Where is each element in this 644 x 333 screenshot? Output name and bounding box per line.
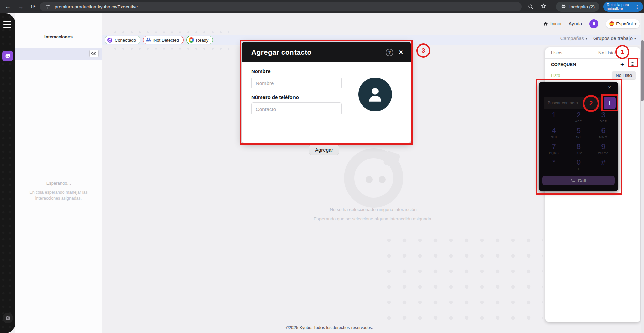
spain-flag-icon	[609, 21, 614, 26]
dialpad-icon[interactable]	[629, 61, 636, 68]
app-top-nav: Inicio Ayuda Español ▾	[543, 19, 640, 29]
connected-status-pill[interactable]: Conectado	[105, 36, 140, 44]
listo-label: Listo	[551, 73, 612, 78]
interactions-title: Interacciones	[15, 34, 102, 39]
key-3[interactable]: 3DEF	[591, 111, 616, 126]
language-label: Español	[616, 21, 633, 26]
voicemail-filter-button[interactable]	[89, 50, 99, 57]
modal-title: Agregar contacto	[251, 48, 386, 56]
dialpad-keys: 1 2ABC 3DEF 4GHI 5JKL 6MNO 7PQRS 8TUV 9W…	[541, 111, 616, 174]
tab-no-listos-label: No Listos	[598, 50, 617, 55]
key-0[interactable]: 0+	[566, 158, 591, 174]
phone-icon	[571, 178, 575, 183]
app-sidebar	[0, 13, 15, 333]
ready-wheel-icon	[189, 37, 194, 43]
contact-avatar	[358, 78, 392, 111]
phone-field[interactable]	[251, 102, 342, 115]
empty-line-2: Esperando que se seleccione alguna inter…	[236, 216, 510, 221]
key-star[interactable]: *	[541, 158, 566, 174]
inicio-label: Inicio	[550, 21, 561, 26]
kyubo-logo-watermark	[344, 148, 403, 208]
chevron-down-icon: ▾	[586, 37, 587, 40]
update-label: Reinicia para actualizar	[607, 3, 634, 11]
key-7[interactable]: 7PQRS	[541, 142, 566, 158]
name-label: Nombre	[251, 68, 411, 74]
name-field[interactable]	[251, 77, 342, 89]
interactions-selected-row[interactable]	[15, 48, 102, 60]
chevron-down-icon: ▾	[635, 22, 636, 26]
camera-icon[interactable]	[3, 313, 13, 323]
help-icon[interactable]: ?	[386, 49, 393, 56]
modal-body: Nombre Número de teléfono Agregar	[242, 62, 411, 143]
browser-forward-icon[interactable]: →	[16, 2, 25, 11]
notifications-bell-icon[interactable]	[589, 19, 598, 28]
no-interaction-message: No se ha seleccionado ninguna interacció…	[236, 207, 510, 221]
incognito-label: Incógnito (2)	[569, 4, 595, 9]
url-text: premium-production.kyubo.cx/Executive	[55, 4, 138, 9]
incognito-badge[interactable]: Incógnito (2)	[556, 2, 599, 12]
key-5[interactable]: 5JKL	[566, 126, 591, 142]
add-contact-icon[interactable]: +	[620, 61, 624, 68]
zoom-page-icon[interactable]	[527, 3, 534, 10]
dialpad-popup: × + 1 2ABC 3DEF 4GHI 5JKL 6MNO 7PQRS 8TU…	[539, 82, 618, 191]
site-info-icon[interactable]	[44, 3, 51, 10]
copyright-footer: ©2025 Kyubo. Todos los derechos reservad…	[15, 325, 644, 330]
browser-menu-icon[interactable]: ⋮	[634, 4, 640, 9]
browser-toolbar: ← → ⟳ premium-production.kyubo.cx/Execut…	[0, 0, 644, 13]
bookmark-star-icon[interactable]	[540, 3, 547, 10]
person-icon	[365, 85, 385, 104]
call-button[interactable]: Call	[542, 176, 615, 185]
agent-status-pills: Conectado Not Detected Ready	[105, 36, 213, 44]
agregar-button[interactable]: Agregar	[309, 145, 339, 155]
key-hash[interactable]: #	[591, 158, 616, 174]
interactions-panel: Interacciones Esperando... En cola esper…	[15, 13, 102, 333]
language-selector[interactable]: Español ▾	[606, 19, 640, 28]
waiting-title: Esperando...	[19, 181, 98, 186]
browser-refresh-icon[interactable]: ⟳	[29, 2, 38, 11]
queue-waiting-block: Esperando... En cola esperando manejar l…	[19, 181, 98, 201]
kyubo-connected-icon	[107, 37, 113, 43]
page-scrollbar[interactable]	[641, 13, 644, 333]
incognito-icon	[561, 3, 567, 10]
key-1[interactable]: 1	[541, 111, 566, 126]
annotation-step-3: 3	[416, 43, 430, 58]
ready-status-pill[interactable]: Ready	[186, 36, 213, 44]
nav-inicio[interactable]: Inicio	[543, 21, 561, 26]
add-contact-button[interactable]: +	[604, 97, 616, 109]
not-detected-label: Not Detected	[153, 38, 179, 43]
modal-header: Agregar contacto ? ×	[242, 42, 411, 62]
not-detected-status-pill[interactable]: Not Detected	[143, 36, 184, 44]
tab-no-listos[interactable]: No Listos	[593, 47, 640, 58]
key-4[interactable]: 4GHI	[541, 126, 566, 142]
dots-pattern	[381, 233, 543, 324]
key-8[interactable]: 8TUV	[566, 142, 591, 158]
key-9[interactable]: 9WXYZ	[591, 142, 616, 158]
waiting-message: En cola esperando manejar las interaccio…	[19, 190, 98, 201]
workgroups-dropdown[interactable]: Grupos de trabajo ▾	[593, 36, 636, 41]
campaign-selectors: Campañas ▾ Grupos de trabajo ▾	[560, 36, 636, 41]
chevron-down-icon: ▾	[634, 37, 636, 40]
contact-search-input[interactable]	[544, 97, 601, 109]
tab-listos[interactable]: Listos	[545, 47, 593, 58]
key-2[interactable]: 2ABC	[566, 111, 591, 126]
restart-to-update-button[interactable]: Reinicia para actualizar ⋮	[603, 2, 643, 12]
ayuda-label: Ayuda	[569, 21, 582, 26]
campaigns-label: Campañas	[560, 36, 584, 41]
key-6[interactable]: 6MNO	[591, 126, 616, 142]
scrollbar-thumb[interactable]	[641, 40, 644, 101]
menu-hamburger-icon[interactable]	[3, 21, 11, 28]
kyubo-chat-icon[interactable]	[2, 51, 13, 61]
nav-ayuda[interactable]: Ayuda	[569, 21, 582, 26]
users-icon	[145, 37, 151, 43]
tab-listos-label: Listos	[551, 50, 562, 55]
empty-line-1: No se ha seleccionado ninguna interacció…	[236, 207, 510, 212]
dialpad-close-icon[interactable]: ×	[608, 84, 611, 90]
address-bar[interactable]: premium-production.kyubo.cx/Executive	[40, 2, 522, 11]
workgroups-label: Grupos de trabajo	[593, 36, 633, 41]
workgroup-row: COPEQUEN +	[545, 59, 640, 68]
no-listo-button[interactable]: No Listo	[612, 71, 636, 79]
campaigns-dropdown[interactable]: Campañas ▾	[560, 36, 587, 41]
browser-back-icon[interactable]: ←	[3, 2, 12, 11]
modal-close-icon[interactable]: ×	[399, 49, 403, 56]
ready-label: Ready	[196, 38, 209, 43]
